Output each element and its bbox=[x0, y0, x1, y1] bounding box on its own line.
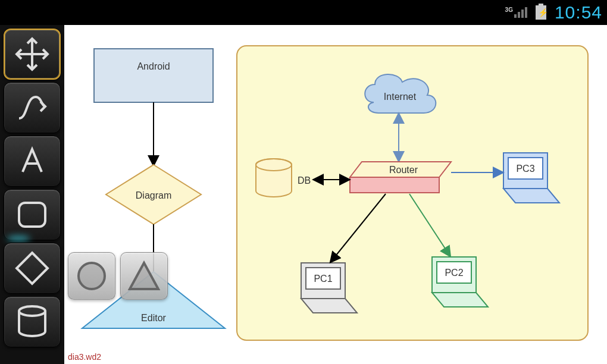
diagram-svg: Android Diagram Editor Internet Router bbox=[64, 25, 607, 364]
tool-diamond[interactable] bbox=[4, 243, 61, 294]
svg-text:Diagram: Diagram bbox=[136, 190, 171, 200]
tool-cylinder[interactable] bbox=[4, 296, 61, 347]
svg-text:DB: DB bbox=[298, 175, 311, 186]
svg-text:Editor: Editor bbox=[141, 313, 166, 323]
signal-bars-icon bbox=[514, 7, 527, 18]
tool-connector[interactable] bbox=[4, 82, 61, 133]
svg-text:PC1: PC1 bbox=[314, 274, 332, 284]
svg-text:Router: Router bbox=[389, 165, 418, 175]
svg-text:Android: Android bbox=[137, 61, 170, 71]
main-toolbar bbox=[0, 25, 64, 364]
tool-triangle[interactable] bbox=[120, 252, 168, 300]
svg-rect-11 bbox=[94, 49, 213, 102]
battery-icon: ⚡ bbox=[536, 5, 546, 20]
filename-label: dia3.wd2 bbox=[68, 352, 101, 362]
tool-text[interactable] bbox=[4, 136, 61, 187]
charging-icon: ⚡ bbox=[538, 8, 548, 17]
svg-point-36 bbox=[79, 263, 105, 289]
tool-rectangle[interactable] bbox=[4, 189, 61, 240]
svg-point-4 bbox=[19, 306, 45, 316]
svg-text:PC3: PC3 bbox=[516, 164, 534, 174]
svg-marker-37 bbox=[130, 263, 158, 289]
svg-text:Internet: Internet bbox=[384, 92, 417, 102]
mobile-signal-label: 3G bbox=[505, 7, 513, 13]
shape-android[interactable]: Android bbox=[94, 49, 213, 102]
svg-marker-3 bbox=[17, 253, 48, 284]
shape-diagram[interactable]: Diagram bbox=[106, 165, 201, 224]
diagram-canvas[interactable]: Android Diagram Editor Internet Router bbox=[64, 25, 607, 364]
tool-move[interactable] bbox=[4, 29, 61, 80]
shape-router[interactable]: Router bbox=[350, 162, 451, 193]
svg-rect-19 bbox=[350, 177, 439, 193]
svg-rect-2 bbox=[19, 203, 45, 227]
svg-text:PC2: PC2 bbox=[445, 268, 463, 278]
clock: 10:54 bbox=[555, 2, 602, 23]
tool-circle[interactable] bbox=[68, 252, 115, 300]
status-bar: 3G ⚡ 10:54 bbox=[0, 0, 607, 25]
